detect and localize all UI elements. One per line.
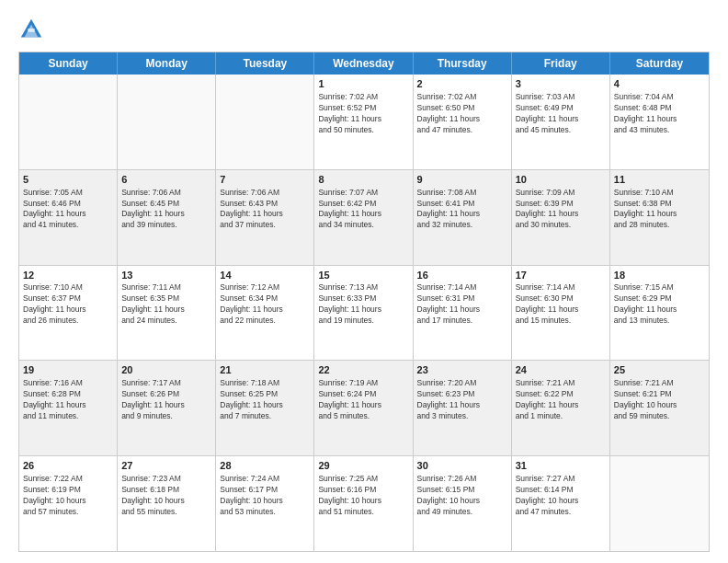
day-number: 2 [417,77,507,91]
day-number: 26 [23,459,113,473]
calendar-cell: 18Sunrise: 7:15 AM Sunset: 6:29 PM Dayli… [610,266,709,361]
cell-info: Sunrise: 7:19 AM Sunset: 6:24 PM Dayligh… [318,378,408,422]
cell-info: Sunrise: 7:17 AM Sunset: 6:26 PM Dayligh… [121,378,211,422]
cell-info: Sunrise: 7:21 AM Sunset: 6:21 PM Dayligh… [614,378,705,422]
day-number: 18 [614,269,705,282]
day-number: 28 [220,459,310,473]
cell-info: Sunrise: 7:27 AM Sunset: 6:14 PM Dayligh… [516,474,606,518]
cell-info: Sunrise: 7:10 AM Sunset: 6:37 PM Dayligh… [23,282,113,327]
calendar-cell: 7Sunrise: 7:06 AM Sunset: 6:43 PM Daylig… [216,170,314,265]
day-number: 3 [516,77,606,91]
calendar-row: 1Sunrise: 7:02 AM Sunset: 6:52 PM Daylig… [19,75,709,170]
cell-info: Sunrise: 7:03 AM Sunset: 6:49 PM Dayligh… [516,92,606,136]
cell-info: Sunrise: 7:14 AM Sunset: 6:31 PM Dayligh… [417,282,507,327]
day-number: 1 [318,77,408,91]
day-number: 30 [417,459,507,473]
calendar-cell: 1Sunrise: 7:02 AM Sunset: 6:52 PM Daylig… [314,75,413,169]
calendar-cell: 17Sunrise: 7:14 AM Sunset: 6:30 PM Dayli… [512,266,610,361]
weekday-header: Sunday [19,52,118,75]
cell-info: Sunrise: 7:09 AM Sunset: 6:39 PM Dayligh… [516,188,606,232]
weekday-header: Thursday [414,52,512,75]
cell-info: Sunrise: 7:06 AM Sunset: 6:43 PM Dayligh… [220,188,310,232]
weekday-header: Monday [118,52,216,75]
calendar-row: 26Sunrise: 7:22 AM Sunset: 6:19 PM Dayli… [19,456,709,551]
cell-info: Sunrise: 7:14 AM Sunset: 6:30 PM Dayligh… [516,282,606,327]
cell-info: Sunrise: 7:25 AM Sunset: 6:16 PM Dayligh… [318,474,408,518]
calendar-cell: 30Sunrise: 7:26 AM Sunset: 6:15 PM Dayli… [414,456,512,551]
day-number: 8 [318,173,408,187]
day-number: 16 [417,269,507,282]
calendar-cell: 4Sunrise: 7:04 AM Sunset: 6:48 PM Daylig… [610,75,709,169]
calendar-cell: 6Sunrise: 7:06 AM Sunset: 6:45 PM Daylig… [118,170,216,265]
calendar-cell: 28Sunrise: 7:24 AM Sunset: 6:17 PM Dayli… [216,456,314,551]
day-number: 22 [318,363,408,377]
day-number: 21 [220,363,310,377]
day-number: 23 [417,363,507,377]
cell-info: Sunrise: 7:13 AM Sunset: 6:33 PM Dayligh… [318,282,408,327]
day-number: 29 [318,459,408,473]
cell-info: Sunrise: 7:15 AM Sunset: 6:29 PM Dayligh… [614,282,705,327]
weekday-header: Tuesday [216,52,314,75]
calendar-cell: 26Sunrise: 7:22 AM Sunset: 6:19 PM Dayli… [19,456,118,551]
weekday-header: Wednesday [314,52,413,75]
calendar-cell [216,75,314,169]
calendar-cell: 2Sunrise: 7:02 AM Sunset: 6:50 PM Daylig… [414,75,512,169]
day-number: 12 [23,269,113,282]
calendar-cell: 27Sunrise: 7:23 AM Sunset: 6:18 PM Dayli… [118,456,216,551]
calendar-cell: 22Sunrise: 7:19 AM Sunset: 6:24 PM Dayli… [314,361,413,455]
calendar-cell: 16Sunrise: 7:14 AM Sunset: 6:31 PM Dayli… [414,266,512,361]
cell-info: Sunrise: 7:11 AM Sunset: 6:35 PM Dayligh… [121,282,211,327]
calendar-cell: 5Sunrise: 7:05 AM Sunset: 6:46 PM Daylig… [19,170,118,265]
day-number: 20 [121,363,211,377]
calendar-cell: 23Sunrise: 7:20 AM Sunset: 6:23 PM Dayli… [414,361,512,455]
cell-info: Sunrise: 7:24 AM Sunset: 6:17 PM Dayligh… [220,474,310,518]
day-number: 4 [614,77,705,91]
calendar-cell: 29Sunrise: 7:25 AM Sunset: 6:16 PM Dayli… [314,456,413,551]
day-number: 13 [121,269,211,282]
day-number: 17 [516,269,606,282]
calendar-cell: 13Sunrise: 7:11 AM Sunset: 6:35 PM Dayli… [118,266,216,361]
cell-info: Sunrise: 7:16 AM Sunset: 6:28 PM Dayligh… [23,378,113,422]
calendar-cell: 25Sunrise: 7:21 AM Sunset: 6:21 PM Dayli… [610,361,709,455]
calendar-cell: 15Sunrise: 7:13 AM Sunset: 6:33 PM Dayli… [314,266,413,361]
calendar-row: 5Sunrise: 7:05 AM Sunset: 6:46 PM Daylig… [19,170,709,266]
cell-info: Sunrise: 7:02 AM Sunset: 6:52 PM Dayligh… [318,92,408,136]
day-number: 5 [23,173,113,187]
logo [18,17,48,42]
calendar-cell: 3Sunrise: 7:03 AM Sunset: 6:49 PM Daylig… [512,75,610,169]
day-number: 31 [516,459,606,473]
calendar-cell: 14Sunrise: 7:12 AM Sunset: 6:34 PM Dayli… [216,266,314,361]
calendar-body: 1Sunrise: 7:02 AM Sunset: 6:52 PM Daylig… [19,75,709,551]
cell-info: Sunrise: 7:08 AM Sunset: 6:41 PM Dayligh… [417,188,507,232]
cell-info: Sunrise: 7:20 AM Sunset: 6:23 PM Dayligh… [417,378,507,422]
calendar-cell: 21Sunrise: 7:18 AM Sunset: 6:25 PM Dayli… [216,361,314,455]
calendar-cell: 12Sunrise: 7:10 AM Sunset: 6:37 PM Dayli… [19,266,118,361]
day-number: 9 [417,173,507,187]
calendar-row: 12Sunrise: 7:10 AM Sunset: 6:37 PM Dayli… [19,266,709,362]
calendar-cell: 8Sunrise: 7:07 AM Sunset: 6:42 PM Daylig… [314,170,413,265]
cell-info: Sunrise: 7:18 AM Sunset: 6:25 PM Dayligh… [220,378,310,422]
logo-icon [18,17,44,42]
calendar-cell: 19Sunrise: 7:16 AM Sunset: 6:28 PM Dayli… [19,361,118,455]
cell-info: Sunrise: 7:22 AM Sunset: 6:19 PM Dayligh… [23,474,113,518]
cell-info: Sunrise: 7:06 AM Sunset: 6:45 PM Dayligh… [121,188,211,232]
calendar-cell: 20Sunrise: 7:17 AM Sunset: 6:26 PM Dayli… [118,361,216,455]
calendar-cell: 9Sunrise: 7:08 AM Sunset: 6:41 PM Daylig… [414,170,512,265]
calendar-header-row: SundayMondayTuesdayWednesdayThursdayFrid… [19,52,709,75]
day-number: 10 [516,173,606,187]
weekday-header: Saturday [610,52,709,75]
day-number: 7 [220,173,310,187]
calendar-cell: 24Sunrise: 7:21 AM Sunset: 6:22 PM Dayli… [512,361,610,455]
cell-info: Sunrise: 7:02 AM Sunset: 6:50 PM Dayligh… [417,92,507,136]
calendar-cell [118,75,216,169]
svg-rect-2 [28,29,34,32]
day-number: 25 [614,363,705,377]
day-number: 6 [121,173,211,187]
cell-info: Sunrise: 7:04 AM Sunset: 6:48 PM Dayligh… [614,92,705,136]
calendar-cell: 11Sunrise: 7:10 AM Sunset: 6:38 PM Dayli… [610,170,709,265]
weekday-header: Friday [512,52,610,75]
calendar-cell [610,456,709,551]
calendar-cell: 31Sunrise: 7:27 AM Sunset: 6:14 PM Dayli… [512,456,610,551]
cell-info: Sunrise: 7:26 AM Sunset: 6:15 PM Dayligh… [417,474,507,518]
day-number: 11 [614,173,705,187]
